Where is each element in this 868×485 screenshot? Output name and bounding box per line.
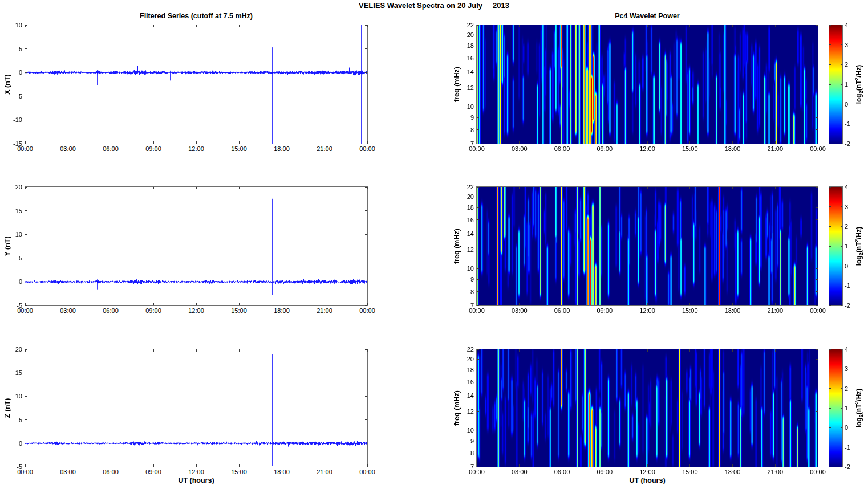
y-tick-label: 8	[450, 127, 474, 133]
x-tick-mark	[689, 464, 690, 467]
xlabel-ut-hours-left: UT (hours)	[178, 476, 214, 484]
x-tick-label: 09:00	[139, 145, 168, 152]
ylabel-y-nt: Y (nT)	[3, 236, 11, 256]
spectrogram-y-canvas	[477, 187, 818, 305]
x-tick-mark	[477, 187, 477, 189]
y-tick-mark	[25, 25, 27, 26]
colorbar-tick-mark	[841, 187, 842, 188]
x-tick-mark	[367, 349, 368, 352]
x-tick-label: 18:00	[718, 468, 748, 475]
x-tick-label: 03:00	[53, 145, 83, 152]
cb-label-sub: 2	[858, 414, 864, 417]
x-tick-label: 21:00	[760, 307, 790, 314]
spectrogram-panel-x: 00:0003:0006:0009:0012:0015:0018:0021:00…	[476, 25, 818, 144]
colorbar-tick-mark	[841, 408, 842, 409]
y-tick-mark	[816, 197, 818, 197]
x-tick-mark	[153, 141, 154, 144]
colorbar-tick-mark	[829, 305, 831, 306]
colorbar-z: 43210-1-2	[829, 349, 843, 467]
y-tick-mark	[25, 282, 27, 282]
colorbar-tick-label: 3	[845, 203, 858, 210]
y-tick-label: 16	[450, 217, 474, 223]
y-tick-mark	[816, 268, 818, 269]
y-tick-mark	[477, 88, 479, 88]
y-tick-mark	[365, 349, 367, 350]
spectrogram-panel-y: 00:0003:0006:0009:0012:0015:0018:0021:00…	[476, 186, 818, 306]
y-tick-mark	[477, 219, 479, 220]
timeseries-panel-z: 00:0003:0006:0009:0012:0015:0018:0021:00…	[25, 349, 368, 467]
x-tick-mark	[325, 187, 325, 189]
y-tick-label: 10	[0, 22, 22, 28]
y-tick-label: 7	[450, 302, 474, 309]
x-tick-mark	[367, 187, 368, 189]
colorbar-tick-mark	[841, 369, 842, 369]
x-tick-label: 09:00	[139, 307, 168, 314]
y-tick-mark	[477, 187, 479, 188]
x-tick-mark	[732, 464, 733, 467]
y-tick-label: 7	[450, 463, 474, 470]
y-tick-mark	[816, 359, 818, 360]
x-tick-label: 03:00	[53, 468, 83, 475]
x-tick-mark	[196, 25, 197, 27]
x-tick-mark	[647, 349, 648, 352]
x-tick-label: 09:00	[590, 468, 619, 475]
y-tick-mark	[477, 107, 479, 107]
x-tick-mark	[196, 187, 197, 189]
y-tick-mark	[816, 35, 818, 35]
y-tick-label: 5	[0, 46, 22, 52]
y-tick-label: 22	[450, 184, 474, 190]
colorbar-tick-mark	[829, 408, 831, 409]
x-tick-mark	[519, 187, 520, 189]
y-tick-label: 10	[450, 265, 474, 272]
x-tick-mark	[519, 464, 520, 467]
x-tick-mark	[325, 349, 325, 352]
y-tick-mark	[816, 305, 818, 306]
x-tick-label: 06:00	[547, 145, 577, 152]
colorbar-tick-mark	[829, 447, 831, 447]
y-tick-mark	[816, 250, 818, 250]
x-tick-mark	[282, 25, 282, 27]
x-tick-mark	[325, 25, 325, 27]
x-tick-mark	[111, 25, 111, 27]
left-column-title: Filtered Series (cutoff at 7.5 mHz)	[25, 12, 368, 20]
y-tick-mark	[477, 430, 479, 430]
x-tick-mark	[239, 141, 240, 144]
cb-label-sup: 2	[854, 78, 859, 80]
y-tick-mark	[816, 467, 818, 467]
x-tick-label: 03:00	[505, 468, 534, 475]
ylabel-x-nt: X (nT)	[3, 74, 11, 94]
x-tick-label: 06:00	[547, 307, 577, 314]
x-tick-label: 15:00	[224, 468, 254, 475]
colorbar-tick-mark	[829, 388, 831, 389]
colorbar-tick-mark	[829, 25, 831, 26]
x-tick-mark	[732, 187, 733, 189]
x-tick-mark	[562, 464, 562, 467]
y-tick-mark	[365, 120, 367, 120]
colorbar-tick-mark	[841, 104, 842, 104]
x-tick-mark	[477, 25, 477, 27]
x-tick-mark	[689, 187, 690, 189]
x-tick-mark	[605, 349, 605, 352]
x-tick-mark	[239, 303, 240, 305]
x-tick-mark	[562, 303, 562, 305]
y-tick-mark	[365, 305, 367, 306]
x-tick-mark	[477, 349, 477, 352]
y-tick-mark	[25, 349, 27, 350]
spectrogram-z-canvas	[477, 349, 818, 467]
y-tick-mark	[816, 279, 818, 280]
x-tick-label: 21:00	[310, 307, 339, 314]
x-tick-mark	[111, 464, 111, 467]
y-tick-mark	[477, 396, 479, 396]
x-tick-label: 21:00	[310, 468, 339, 475]
y-tick-mark	[365, 96, 367, 96]
x-tick-label: 12:00	[632, 468, 662, 475]
colorbar-tick-mark	[841, 44, 842, 45]
y-tick-mark	[25, 234, 27, 235]
x-tick-mark	[282, 141, 282, 144]
x-tick-mark	[562, 25, 562, 27]
x-tick-mark	[818, 187, 818, 189]
x-tick-mark	[68, 141, 68, 144]
y-tick-mark	[25, 72, 27, 73]
colorbar-tick-label: 3	[845, 42, 858, 48]
y-tick-label: 10	[450, 427, 474, 434]
